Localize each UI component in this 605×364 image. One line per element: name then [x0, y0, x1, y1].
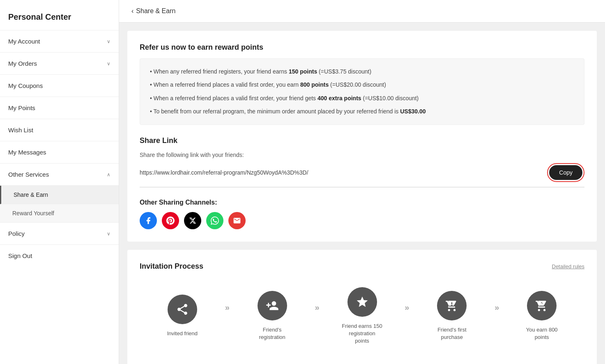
sidebar-item-my-account[interactable]: My Account ∨ [0, 30, 119, 53]
share-link-title: Share Link [140, 136, 584, 145]
other-sharing-section: Other Sharing Channels: [140, 199, 584, 229]
refer-card: Refer us now to earn reward points • Whe… [127, 31, 597, 242]
chevron-up-icon: ∧ [107, 172, 110, 177]
friend-earns-points-icon [347, 287, 377, 317]
sidebar-item-my-orders[interactable]: My Orders ∨ [0, 53, 119, 75]
invitation-card: Invitation Process Detailed rules Invite… [127, 250, 597, 364]
invitation-header: Invitation Process Detailed rules [140, 262, 584, 271]
main-content: ‹ Share & Earn Refer us now to earn rewa… [119, 0, 605, 364]
share-link-row: https://www.lordhair.com/referral-progra… [140, 163, 584, 187]
facebook-icon[interactable] [140, 212, 157, 229]
pinterest-icon[interactable] [162, 212, 179, 229]
chevron-down-icon: ∨ [107, 231, 110, 237]
bullet-2: • When a referred friend places a valid … [150, 80, 574, 89]
step-friends-registration-label: Friend's registration [252, 326, 293, 341]
detailed-rules-link[interactable]: Detailed rules [552, 263, 585, 270]
arrow-icon-2: » [315, 303, 320, 312]
step-friend-earns-points: Friend earns 150 registration points [320, 287, 405, 345]
arrow-icon-1: » [225, 303, 230, 312]
whatsapp-icon[interactable] [206, 212, 223, 229]
breadcrumb-title: Share & Earn [136, 7, 175, 15]
bullet-1: • When any referred friend registers, yo… [150, 67, 574, 76]
refer-section-title: Refer us now to earn reward points [140, 43, 584, 52]
sidebar: Personal Center My Account ∨ My Orders ∨… [0, 0, 119, 364]
sidebar-sub-menu: Share & Earn Reward Yourself [0, 186, 119, 223]
process-steps: Invited friend » Friend's registration » [140, 283, 584, 353]
back-arrow-icon[interactable]: ‹ [131, 7, 133, 15]
step-friends-first-purchase: Friend's first purchase [409, 291, 495, 341]
step-you-earn-points-label: You earn 800 points [521, 326, 562, 341]
step-friend-earns-points-label: Friend earns 150 registration points [342, 323, 383, 345]
sidebar-item-wish-list[interactable]: Wish List [0, 119, 119, 141]
sidebar-item-policy[interactable]: Policy ∨ [0, 223, 119, 245]
copy-button-wrapper: Copy [547, 163, 584, 182]
sidebar-item-my-messages[interactable]: My Messages [0, 141, 119, 164]
share-link-section: Share Link Share the following link with… [140, 136, 584, 187]
refer-info-box: • When any referred friend registers, yo… [140, 58, 584, 125]
step-you-earn-points: You earn 800 points [499, 291, 584, 341]
x-twitter-icon[interactable] [184, 212, 201, 229]
arrow-icon-4: » [495, 303, 499, 312]
breadcrumb: ‹ Share & Earn [119, 0, 605, 23]
sidebar-item-reward-yourself[interactable]: Reward Yourself [0, 204, 119, 223]
email-icon[interactable] [228, 212, 246, 229]
invited-friend-icon [168, 295, 197, 324]
friends-registration-icon [258, 291, 287, 320]
step-friends-registration: Friend's registration [230, 291, 315, 341]
friends-first-purchase-icon [437, 291, 467, 320]
bullet-3: • When a referred friend places a valid … [150, 94, 574, 103]
arrow-icon-3: » [405, 303, 409, 312]
content-area: Refer us now to earn reward points • Whe… [119, 23, 605, 364]
sidebar-item-other-services[interactable]: Other Services ∧ [0, 164, 119, 186]
invitation-title: Invitation Process [140, 262, 203, 271]
copy-button[interactable]: Copy [549, 165, 582, 180]
step-invited-friend-label: Invited friend [167, 330, 198, 337]
share-link-url: https://www.lordhair.com/referral-progra… [140, 169, 541, 176]
sidebar-item-my-coupons[interactable]: My Coupons [0, 75, 119, 97]
sidebar-item-share-earn[interactable]: Share & Earn [0, 186, 119, 204]
you-earn-points-icon [527, 291, 557, 320]
sign-out-button[interactable]: Sign Out [0, 245, 119, 267]
chevron-down-icon: ∨ [107, 61, 110, 67]
other-sharing-title: Other Sharing Channels: [140, 199, 584, 206]
sidebar-title: Personal Center [0, 0, 119, 30]
bullet-4: • To benefit from our referral program, … [150, 107, 574, 116]
step-friends-first-purchase-label: Friend's first purchase [431, 326, 472, 341]
social-icons-row [140, 212, 584, 229]
sidebar-item-my-points[interactable]: My Points [0, 97, 119, 119]
share-link-subtitle: Share the following link with your frien… [140, 152, 584, 158]
chevron-down-icon: ∨ [107, 39, 110, 44]
step-invited-friend: Invited friend [140, 295, 225, 337]
